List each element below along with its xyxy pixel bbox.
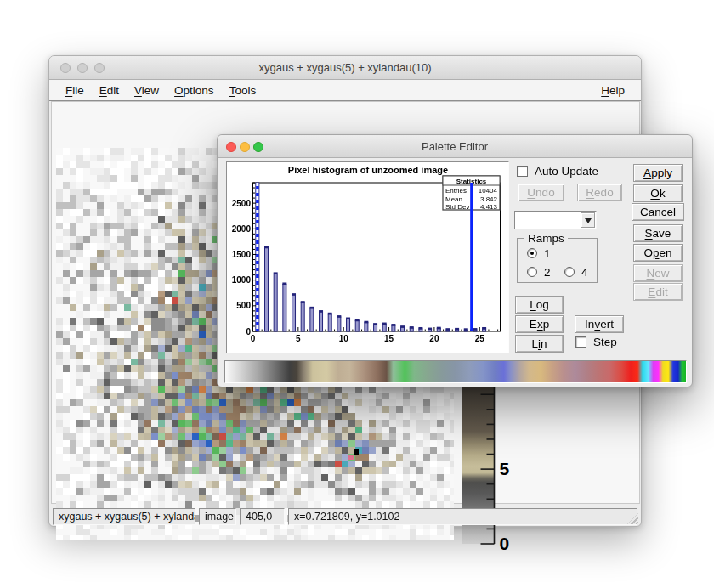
svg-text:20: 20	[429, 334, 439, 343]
status-axis-coords: x=0.721809, y=1.0102	[288, 508, 638, 525]
redo-button[interactable]: Redo	[577, 184, 622, 201]
window-close-button[interactable]	[60, 63, 71, 73]
svg-text:3.842: 3.842	[480, 195, 498, 203]
undo-button[interactable]: Undo	[518, 184, 564, 201]
main-window-titlebar[interactable]: xygaus + xygaus(5) + xylandau(10)	[49, 56, 641, 80]
invert-button[interactable]: Invert	[575, 315, 624, 333]
palette-editor-dialog: Palette Editor Pixel histogram of unzoom…	[217, 134, 693, 387]
histogram-panel: Pixel histogram of unzoomed image0510152…	[226, 161, 509, 353]
svg-text:0: 0	[251, 334, 256, 343]
ramps-radio-4[interactable]	[564, 267, 575, 277]
svg-text:0: 0	[246, 327, 251, 336]
apply-button[interactable]: Apply	[633, 164, 683, 182]
svg-text:500: 500	[236, 301, 251, 310]
pixel-histogram[interactable]: Pixel histogram of unzoomed image0510152…	[227, 162, 508, 353]
dialog-titlebar[interactable]: Palette Editor	[218, 135, 692, 158]
log-button[interactable]: Log	[515, 296, 564, 314]
dialog-title: Palette Editor	[218, 135, 692, 158]
menu-edit[interactable]: Edit	[92, 84, 127, 97]
window-minimize-button[interactable]	[77, 63, 88, 73]
svg-text:25: 25	[475, 334, 485, 343]
svg-text:4.413: 4.413	[480, 203, 498, 211]
svg-text:5: 5	[296, 334, 301, 343]
dialog-close-button[interactable]	[226, 142, 236, 152]
ramps-radio-2[interactable]	[527, 267, 537, 277]
step-checkbox[interactable]	[575, 336, 586, 348]
svg-text:10404: 10404	[479, 187, 498, 195]
dialog-zoom-button[interactable]	[253, 142, 264, 152]
ramps-radio-1[interactable]	[527, 248, 537, 258]
menu-file[interactable]: File	[58, 84, 92, 97]
lin-button[interactable]: Lin	[515, 335, 564, 353]
auto-update-label: Auto Update	[535, 165, 598, 178]
ramps-radio-2-label: 2	[544, 266, 551, 279]
auto-update-checkbox[interactable]	[517, 166, 528, 177]
svg-text:15: 15	[384, 334, 394, 343]
svg-text:Pixel histogram of unzoomed im: Pixel histogram of unzoomed image	[288, 165, 448, 175]
svg-text:10: 10	[339, 334, 349, 343]
open-button[interactable]: Open	[633, 244, 683, 262]
ramps-radio-4-label: 4	[581, 266, 588, 279]
ok-button[interactable]: Ok	[633, 184, 683, 202]
step-label: Step	[593, 336, 617, 348]
svg-text:1500: 1500	[232, 250, 252, 259]
menu-tools[interactable]: Tools	[222, 84, 264, 97]
status-function-name: xygaus + xygaus(5) + xylandau(10)	[53, 508, 196, 525]
edit-button[interactable]: Edit	[633, 283, 683, 301]
menu-view[interactable]: View	[127, 84, 167, 97]
status-object-type: image	[199, 508, 236, 525]
dropdown-arrow-icon[interactable]	[581, 212, 595, 228]
status-pixel-coords: 405,0	[240, 508, 285, 525]
ramps-group-label: Ramps	[524, 232, 568, 245]
menu-options[interactable]: Options	[167, 84, 222, 97]
svg-text:Entries: Entries	[445, 187, 467, 195]
window-zoom-button[interactable]	[94, 63, 105, 73]
dialog-minimize-button[interactable]	[240, 142, 250, 152]
window-title: xygaus + xygaus(5) + xylandau(10)	[49, 56, 641, 80]
svg-text:0: 0	[500, 534, 510, 553]
ramps-radio-1-label: 1	[544, 247, 551, 260]
ramps-group: Ramps 1 2 4	[517, 238, 598, 283]
svg-text:1000: 1000	[232, 275, 252, 285]
palette-gradient-strip[interactable]	[224, 360, 687, 383]
save-button[interactable]: Save	[633, 224, 683, 242]
cancel-button[interactable]: Cancel	[632, 203, 684, 221]
svg-text:Std Dev: Std Dev	[445, 203, 469, 211]
new-button[interactable]: New	[633, 264, 683, 282]
svg-text:5: 5	[500, 459, 510, 478]
menubar: File Edit View Options Tools Help	[49, 80, 641, 101]
statusbar: xygaus + xygaus(5) + xylandau(10) image …	[49, 506, 641, 527]
svg-text:2500: 2500	[232, 199, 252, 208]
menu-help[interactable]: Help	[593, 84, 632, 97]
svg-text:Mean: Mean	[445, 195, 462, 203]
exp-button[interactable]: Exp	[515, 315, 564, 333]
svg-text:2000: 2000	[232, 224, 252, 234]
